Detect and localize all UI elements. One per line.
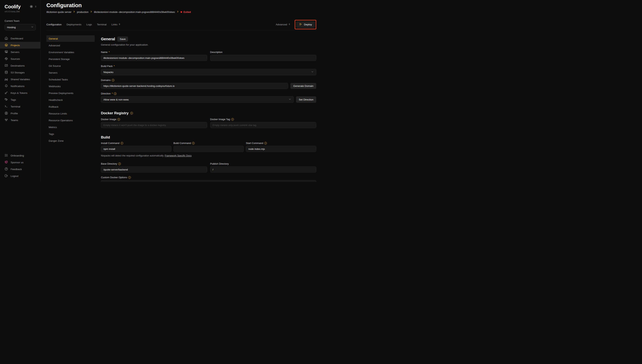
play-icon bbox=[299, 23, 302, 26]
general-form: General Save General configuration for y… bbox=[101, 36, 316, 182]
subnav-servers[interactable]: Servers bbox=[46, 70, 95, 76]
subnav-environment-variables[interactable]: Environment Variables bbox=[46, 49, 95, 56]
docker-image-tag-input[interactable] bbox=[210, 122, 316, 128]
help-circle-icon bbox=[5, 167, 8, 171]
tab-deployments[interactable]: Deployments bbox=[67, 23, 81, 26]
heart-hands-icon bbox=[5, 160, 8, 164]
breadcrumb-application[interactable]: illicitestonion/-module--decomposition:m… bbox=[94, 10, 175, 14]
sidebar-item-tags[interactable]: Tags bbox=[0, 96, 40, 103]
base-directory-label: Base Directory i bbox=[101, 162, 207, 165]
sidebar: Coolify v4.0.0-beta.399 Current Team Hos… bbox=[0, 0, 41, 182]
sidebar-item-feedback[interactable]: Feedback bbox=[0, 166, 40, 172]
sidebar-item-dashboard[interactable]: Dashboard bbox=[0, 35, 40, 42]
sidebar-item-teams[interactable]: Teams bbox=[0, 117, 40, 124]
info-icon: i bbox=[231, 118, 234, 121]
subnav-metrics[interactable]: Metrics bbox=[46, 124, 95, 130]
chevron-right-icon bbox=[90, 10, 92, 14]
sidebar-item-logout[interactable]: Logout bbox=[0, 172, 40, 179]
sidebar-item-s3-storages[interactable]: S3 Storages bbox=[0, 69, 40, 76]
custom-docker-options-label: Custom Docker Options i bbox=[101, 176, 316, 179]
docker-image-tag-label: Docker Image Tag i bbox=[210, 118, 316, 121]
start-command-label: Start Command i bbox=[246, 142, 316, 144]
sidebar-item-shared-variables[interactable]: (x) Shared Variables bbox=[0, 76, 40, 83]
info-icon: i bbox=[112, 79, 114, 82]
deploy-button[interactable]: Deploy bbox=[296, 21, 315, 28]
sidebar-item-projects[interactable]: Projects bbox=[0, 42, 40, 48]
logout-icon bbox=[5, 174, 8, 178]
database-icon bbox=[5, 70, 8, 74]
team-select[interactable]: Hosting bbox=[5, 24, 36, 30]
subnav-general[interactable]: General bbox=[46, 36, 95, 42]
save-button[interactable]: Save bbox=[117, 36, 128, 42]
description-input[interactable] bbox=[210, 55, 316, 61]
publish-directory-label: Publish Directory bbox=[210, 162, 316, 165]
status-dot-icon bbox=[180, 11, 182, 13]
subnav-tags[interactable]: Tags bbox=[46, 131, 95, 137]
build-pack-value: Nixpacks bbox=[103, 71, 113, 74]
chevron-right-icon bbox=[73, 10, 75, 14]
subnav-healthcheck[interactable]: Healthcheck bbox=[46, 97, 95, 103]
subnav-resource-limits[interactable]: Resource Limits bbox=[46, 110, 95, 117]
framework-docs-link[interactable]: Framework Specific Docs bbox=[165, 154, 192, 157]
info-icon: i bbox=[114, 92, 117, 95]
server-icon bbox=[5, 50, 8, 54]
theme-selector-chevrons-icon[interactable] bbox=[35, 5, 37, 8]
info-icon: i bbox=[192, 142, 195, 144]
advanced-menu[interactable]: Advanced bbox=[276, 23, 290, 26]
set-direction-button[interactable]: Set Direction bbox=[296, 96, 316, 103]
subnav-webhooks[interactable]: Webhooks bbox=[46, 83, 95, 90]
build-command-input[interactable] bbox=[173, 146, 244, 152]
sidebar-item-profile[interactable]: Profile bbox=[0, 110, 40, 117]
subnav-rollback[interactable]: Rollback bbox=[46, 104, 95, 110]
tab-terminal[interactable]: Terminal bbox=[97, 23, 106, 26]
name-input[interactable] bbox=[101, 55, 207, 61]
section-title-docker-registry: Docker Registry i bbox=[101, 111, 316, 115]
chevron-down-icon bbox=[311, 70, 314, 74]
subnav-preview-deployments[interactable]: Preview Deployments bbox=[46, 90, 95, 96]
docker-image-input[interactable] bbox=[101, 122, 207, 128]
subnav-resource-operations[interactable]: Resource Operations bbox=[46, 117, 95, 124]
theme-sun-icon[interactable] bbox=[30, 5, 33, 9]
users-icon bbox=[5, 118, 8, 122]
generate-domain-button[interactable]: Generate Domain bbox=[290, 83, 316, 89]
subnav-advanced[interactable]: Advanced bbox=[46, 42, 95, 48]
chevrons-up-down-icon bbox=[118, 23, 121, 26]
tab-logs[interactable]: Logs bbox=[86, 23, 92, 26]
name-label: Name* bbox=[101, 51, 207, 54]
main-area: Configuration illicitonion quote server … bbox=[41, 0, 321, 182]
sidebar-item-notifications[interactable]: Notifications bbox=[0, 83, 40, 90]
settings-subnav: General Advanced Environment Variables P… bbox=[46, 36, 95, 182]
start-command-input[interactable] bbox=[246, 146, 316, 152]
sidebar-item-keys-tokens[interactable]: Keys & Tokens bbox=[0, 90, 40, 96]
base-directory-input[interactable] bbox=[101, 166, 207, 172]
chevron-down-icon bbox=[31, 26, 34, 29]
tags-icon bbox=[5, 98, 8, 102]
breadcrumb-environment[interactable]: production bbox=[77, 10, 88, 14]
info-icon: i bbox=[128, 176, 131, 179]
sidebar-item-destinations[interactable]: Destinations bbox=[0, 62, 40, 69]
subnav-persistent-storage[interactable]: Persistent Storage bbox=[46, 56, 95, 62]
chevrons-up-down-icon bbox=[288, 23, 290, 26]
direction-select[interactable]: Allow www & non-www. bbox=[101, 96, 294, 103]
tab-configuration[interactable]: Configuration bbox=[46, 23, 62, 26]
breadcrumb-project[interactable]: illicitonion quote server bbox=[46, 10, 71, 14]
build-pack-select[interactable]: Nixpacks bbox=[101, 69, 316, 75]
subnav-danger-zone[interactable]: Danger Zone bbox=[46, 138, 95, 144]
subnav-scheduled-tasks[interactable]: Scheduled Tasks bbox=[46, 76, 95, 83]
docker-image-label: Docker Image i bbox=[101, 118, 207, 121]
sidebar-item-sources[interactable]: Sources bbox=[0, 56, 40, 62]
publish-directory-input[interactable] bbox=[210, 166, 316, 172]
tab-bar: Configuration Deployments Logs Terminal … bbox=[46, 19, 316, 30]
sidebar-item-servers[interactable]: Servers bbox=[0, 48, 40, 56]
bell-icon bbox=[5, 84, 8, 88]
sidebar-item-terminal[interactable]: Terminal bbox=[0, 103, 40, 110]
tab-links[interactable]: Links bbox=[111, 23, 121, 26]
domains-input[interactable] bbox=[101, 83, 288, 89]
sidebar-item-sponsor-us[interactable]: Sponsor us bbox=[0, 159, 40, 166]
info-icon: i bbox=[118, 162, 121, 165]
custom-docker-options-input[interactable] bbox=[101, 180, 316, 182]
sidebar-item-onboarding[interactable]: Onboarding bbox=[0, 152, 40, 159]
subnav-git-source[interactable]: Git Source bbox=[46, 62, 95, 69]
chevron-right-icon bbox=[176, 10, 179, 14]
install-command-input[interactable] bbox=[101, 146, 171, 152]
